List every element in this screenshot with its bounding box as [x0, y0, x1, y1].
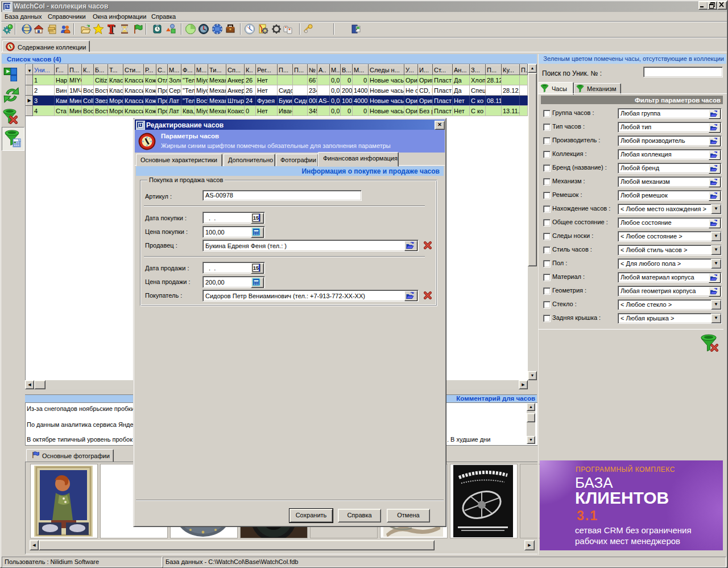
svg-text:15: 15: [253, 265, 259, 271]
svg-text:15: 15: [253, 215, 259, 221]
